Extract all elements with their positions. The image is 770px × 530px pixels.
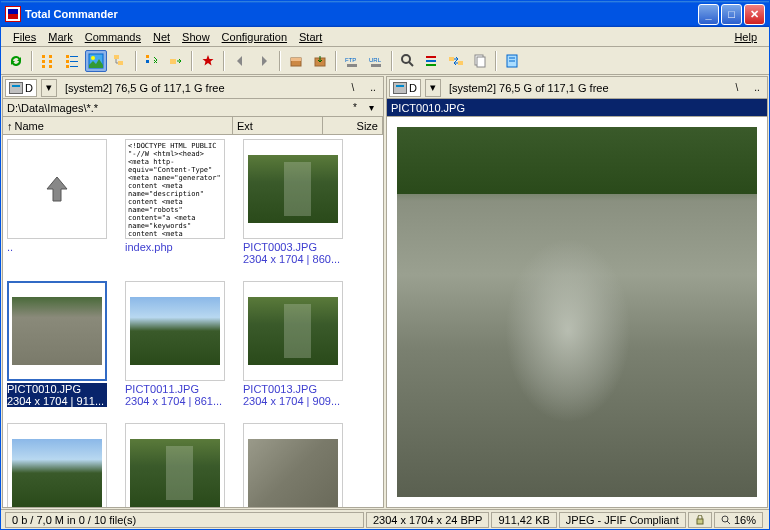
goto-icon[interactable]	[165, 50, 187, 72]
menu-start[interactable]: Start	[293, 29, 328, 45]
svg-rect-30	[449, 57, 454, 61]
thumbnail-item[interactable]: ..	[7, 139, 107, 265]
svg-rect-4	[49, 60, 52, 63]
status-dimensions: 2304 x 1704 x 24 BPP	[366, 512, 489, 528]
svg-rect-25	[371, 64, 381, 67]
svg-point-26	[402, 55, 410, 63]
right-up-button[interactable]: ..	[749, 80, 765, 96]
left-favorites-button[interactable]: ▾	[363, 100, 379, 116]
notepad-icon[interactable]	[501, 50, 523, 72]
svg-rect-7	[70, 56, 78, 57]
preview-area[interactable]	[387, 117, 767, 507]
thumbnail-box	[243, 281, 343, 381]
status-lock[interactable]	[688, 512, 712, 528]
thumbnail-name: PICT0003.JPG	[243, 241, 343, 253]
left-free-space: [system2] 76,5 G of 117,1 G free	[61, 82, 341, 94]
drive-icon	[393, 82, 407, 94]
right-drive-dropdown[interactable]: ▾	[425, 79, 441, 97]
thumbnail-box	[7, 139, 107, 239]
unpack-icon[interactable]	[309, 50, 331, 72]
svg-rect-16	[146, 55, 149, 58]
menu-show[interactable]: Show	[176, 29, 216, 45]
left-file-area[interactable]: ..<!DOCTYPE HTML PUBLIC "-//W <html><hea…	[3, 135, 383, 507]
svg-rect-28	[426, 60, 436, 62]
close-button[interactable]: ✕	[744, 4, 765, 25]
toolbar: FTP URL	[1, 47, 769, 75]
right-free-space: [system2] 76,5 G of 117,1 G free	[445, 82, 725, 94]
svg-rect-10	[66, 65, 69, 68]
refresh-icon[interactable]	[5, 50, 27, 72]
thumbnail-item[interactable]: PICT0013.JPG2304 x 1704 | 909...	[243, 281, 343, 407]
thumbnail-name: PICT0011.JPG	[125, 383, 225, 395]
view-tree-icon[interactable]	[109, 50, 131, 72]
left-drive-dropdown[interactable]: ▾	[41, 79, 57, 97]
menu-mark[interactable]: Mark	[42, 29, 78, 45]
thumbnail-image	[130, 297, 220, 365]
thumbnail-item[interactable]: PICT0010.JPG2304 x 1704 | 911...	[7, 281, 107, 407]
forward-icon[interactable]	[253, 50, 275, 72]
left-column-header: ↑Name Ext Size	[3, 117, 383, 135]
svg-text:FTP: FTP	[345, 57, 356, 63]
sync-icon[interactable]	[445, 50, 467, 72]
left-up-button[interactable]: ..	[365, 80, 381, 96]
col-name[interactable]: ↑Name	[3, 117, 233, 134]
menu-files[interactable]: Files	[7, 29, 42, 45]
svg-rect-2	[42, 65, 45, 68]
svg-point-13	[91, 56, 95, 60]
maximize-button[interactable]: □	[721, 4, 742, 25]
titlebar[interactable]: Total Commander _ □ ✕	[1, 1, 769, 27]
col-size[interactable]: Size	[323, 117, 383, 134]
svg-rect-0	[42, 55, 45, 58]
svg-text:URL: URL	[369, 57, 382, 63]
thumbnail-item[interactable]	[243, 423, 343, 507]
view-brief-icon[interactable]	[37, 50, 59, 72]
view-full-icon[interactable]	[61, 50, 83, 72]
minimize-button[interactable]: _	[698, 4, 719, 25]
status-zoom[interactable]: 16%	[714, 512, 763, 528]
menu-commands[interactable]: Commands	[79, 29, 147, 45]
left-drivebar: D ▾ [system2] 76,5 G of 117,1 G free \ .…	[3, 77, 383, 99]
thumbnail-info: 2304 x 1704 | 860...	[243, 253, 343, 265]
thumbnail-item[interactable]: <!DOCTYPE HTML PUBLIC "-//W <html><head>…	[125, 139, 225, 265]
code-preview: <!DOCTYPE HTML PUBLIC "-//W <html><head>…	[126, 140, 224, 238]
left-history-button[interactable]: *	[347, 100, 363, 116]
copy-names-icon[interactable]	[469, 50, 491, 72]
right-drive-button[interactable]: D	[389, 79, 421, 97]
pack-icon[interactable]	[285, 50, 307, 72]
thumbnail-name: PICT0010.JPG	[7, 383, 107, 395]
svg-rect-23	[347, 64, 357, 67]
thumbnail-item[interactable]: PICT0011.JPG2304 x 1704 | 861...	[125, 281, 225, 407]
thumbnail-name: PICT0013.JPG	[243, 383, 343, 395]
multirename-icon[interactable]	[421, 50, 443, 72]
left-pathbar[interactable]: D:\Data\Images\*.* * ▾	[3, 99, 383, 117]
col-ext[interactable]: Ext	[233, 117, 323, 134]
thumbnail-item[interactable]: PICT0003.JPG2304 x 1704 | 860...	[243, 139, 343, 265]
back-icon[interactable]	[229, 50, 251, 72]
right-drivebar: D ▾ [system2] 76,5 G of 117,1 G free \ .…	[387, 77, 767, 99]
ftp-icon[interactable]: FTP	[341, 50, 363, 72]
invert-selection-icon[interactable]	[141, 50, 163, 72]
menu-help[interactable]: Help	[728, 29, 763, 45]
zoom-icon	[721, 515, 731, 525]
thumbnail-item[interactable]	[7, 423, 107, 507]
left-panel: D ▾ [system2] 76,5 G of 117,1 G free \ .…	[2, 76, 384, 508]
thumbnail-box	[7, 281, 107, 381]
search-icon[interactable]	[397, 50, 419, 72]
url-icon[interactable]: URL	[365, 50, 387, 72]
thumbnail-box	[243, 139, 343, 239]
left-drive-button[interactable]: D	[5, 79, 37, 97]
svg-rect-9	[70, 61, 78, 62]
thumbnail-item[interactable]	[125, 423, 225, 507]
view-thumbs-icon[interactable]	[85, 50, 107, 72]
thumbnail-box	[7, 423, 107, 507]
menu-net[interactable]: Net	[147, 29, 176, 45]
status-format: JPEG - JFIF Compliant	[559, 512, 686, 528]
lock-icon	[695, 515, 705, 525]
thumbnail-box	[125, 423, 225, 507]
left-root-button[interactable]: \	[345, 80, 361, 96]
menu-configuration[interactable]: Configuration	[216, 29, 293, 45]
star-icon[interactable]	[197, 50, 219, 72]
right-root-button[interactable]: \	[729, 80, 745, 96]
svg-rect-5	[49, 65, 52, 68]
right-pathbar[interactable]: PICT0010.JPG	[387, 99, 767, 117]
